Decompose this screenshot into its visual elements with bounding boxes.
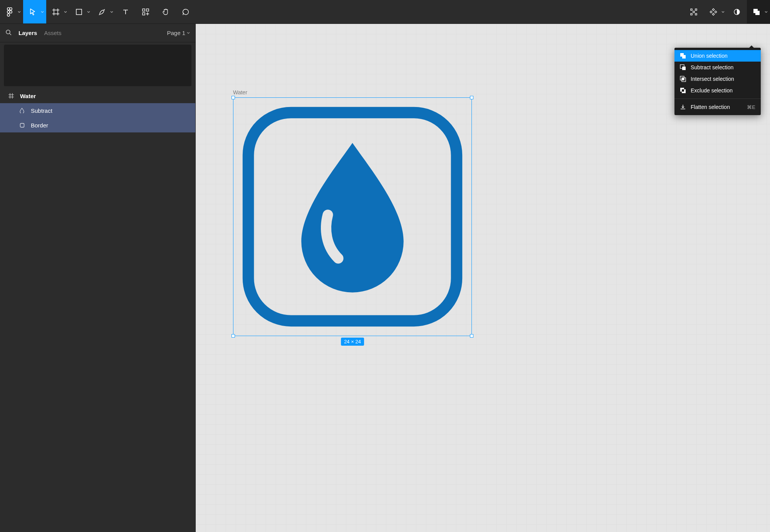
svg-rect-20 [755, 11, 760, 15]
layer-list: Water Subtract Border [0, 89, 195, 532]
shape-tool-button[interactable] [69, 0, 92, 23]
menu-separator [674, 99, 761, 99]
left-panel-header: Layers Assets Page 1 [0, 24, 195, 42]
menu-item-union[interactable]: Union selection [674, 50, 761, 62]
svg-rect-12 [695, 13, 697, 15]
flatten-icon [680, 104, 686, 110]
toolbar [0, 0, 770, 24]
svg-rect-9 [691, 9, 692, 10]
pen-tool-button[interactable] [92, 0, 116, 23]
menu-item-intersect[interactable]: Intersect selection [674, 73, 761, 85]
canvas[interactable]: Water 24 × 24 [196, 24, 770, 532]
move-tool-button[interactable] [23, 0, 46, 23]
chevron-down-icon [765, 11, 768, 13]
menu-item-shortcut: ⌘E [747, 104, 755, 110]
menu-item-label: Flatten selection [691, 104, 730, 110]
rectangle-icon [18, 123, 25, 128]
menu-item-flatten[interactable]: Flatten selection ⌘E [674, 101, 761, 113]
selection-dimensions: 24 × 24 [341, 338, 364, 346]
toolbar-left-group [0, 0, 196, 23]
selection-box[interactable]: 24 × 24 [233, 97, 472, 336]
layer-label: Border [31, 122, 48, 129]
svg-rect-7 [146, 9, 149, 11]
chevron-down-icon [87, 11, 90, 13]
menu-item-label: Exclude selection [691, 87, 733, 94]
chevron-down-icon [41, 11, 44, 13]
resize-handle[interactable] [232, 334, 235, 338]
svg-rect-6 [143, 9, 145, 11]
menu-item-subtract[interactable]: Subtract selection [674, 62, 761, 73]
svg-rect-17 [715, 11, 717, 13]
svg-point-4 [7, 13, 10, 16]
comment-tool-button[interactable] [176, 0, 196, 23]
search-icon[interactable] [5, 29, 12, 37]
menu-item-label: Intersect selection [691, 76, 734, 82]
page-selector-label: Page 1 [167, 30, 185, 36]
svg-rect-28 [682, 78, 684, 80]
figma-menu-button[interactable] [0, 0, 23, 23]
chevron-down-icon [187, 32, 190, 34]
chevron-down-icon [721, 11, 725, 13]
layer-row-frame[interactable]: Water [0, 89, 195, 103]
union-icon [680, 53, 686, 59]
chevron-down-icon [64, 11, 67, 13]
droplet-icon [18, 108, 25, 113]
frame-icon [8, 93, 15, 99]
layer-row-border[interactable]: Border [0, 118, 195, 132]
page-selector[interactable]: Page 1 [167, 30, 190, 36]
toolbar-right-group [684, 0, 770, 23]
chevron-down-icon [110, 11, 113, 13]
exclude-icon [680, 87, 686, 94]
left-panel: Layers Assets Page 1 Water Subtract [0, 24, 196, 532]
tab-assets[interactable]: Assets [44, 30, 61, 36]
layer-preview-area [4, 45, 191, 86]
svg-rect-25 [682, 67, 686, 70]
svg-rect-8 [143, 13, 145, 15]
resize-handle[interactable] [470, 334, 473, 338]
mask-button[interactable] [727, 0, 747, 23]
svg-rect-22 [20, 123, 24, 127]
svg-rect-10 [695, 9, 697, 10]
layer-row-subtract[interactable]: Subtract [0, 103, 195, 118]
components-button[interactable] [704, 0, 727, 23]
menu-item-label: Union selection [691, 53, 728, 59]
svg-rect-15 [712, 13, 715, 15]
svg-rect-11 [691, 13, 692, 15]
boolean-ops-dropdown: Union selection Subtract selection [674, 48, 761, 115]
boolean-ops-button[interactable] [747, 0, 770, 23]
svg-rect-16 [710, 11, 712, 13]
resize-handle[interactable] [470, 96, 473, 99]
intersect-icon [680, 76, 686, 82]
layer-label: Water [20, 93, 36, 99]
resources-tool-button[interactable] [136, 0, 156, 23]
svg-rect-13 [693, 11, 695, 13]
text-tool-button[interactable] [116, 0, 136, 23]
svg-rect-14 [712, 8, 715, 11]
svg-point-21 [6, 30, 10, 34]
pixel-grid-button[interactable] [684, 0, 704, 23]
resize-handle[interactable] [232, 96, 235, 99]
subtract-icon [680, 64, 686, 70]
chevron-down-icon [18, 11, 21, 13]
tab-layers[interactable]: Layers [18, 30, 37, 36]
layer-label: Subtract [31, 107, 52, 114]
svg-rect-5 [76, 9, 82, 15]
menu-item-exclude[interactable]: Exclude selection [674, 85, 761, 96]
menu-item-label: Subtract selection [691, 64, 733, 70]
hand-tool-button[interactable] [156, 0, 176, 23]
frame-label[interactable]: Water [233, 89, 247, 95]
frame-tool-button[interactable] [46, 0, 69, 23]
